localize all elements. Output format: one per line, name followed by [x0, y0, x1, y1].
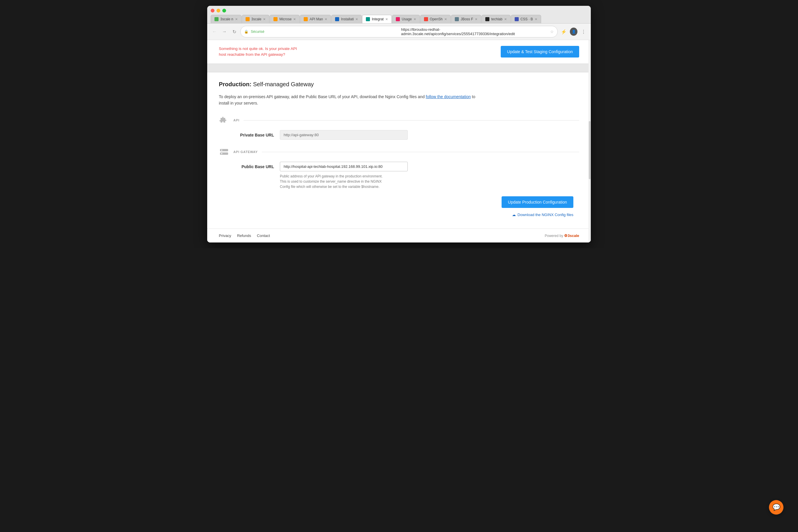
production-title: Production: Self-managed Gateway — [219, 81, 579, 88]
production-title-bold: Production: — [219, 81, 252, 88]
tab-usage[interactable]: Usage ✕ — [392, 15, 420, 23]
private-base-url-label: Private Base URL — [233, 133, 280, 137]
avatar: 👤 — [570, 27, 577, 36]
download-link-text: Download the NGINX Config files — [518, 213, 573, 217]
tab-close-api-man[interactable]: ✕ — [324, 17, 327, 21]
window-controls — [211, 9, 587, 13]
tab-label-microsoft: Microse — [279, 17, 292, 21]
api-gateway-form-section: API GATEWAY Public Base URL Public addre… — [219, 147, 579, 189]
public-base-url-hint: Public address of your API gateway in th… — [233, 174, 408, 189]
scrollbar-thumb[interactable] — [589, 121, 591, 179]
tab-opensh[interactable]: OpenSh ✕ — [420, 15, 451, 23]
api-section-header: API — [219, 115, 579, 126]
tab-favicon-install — [335, 17, 339, 21]
warning-message: Something is not quite ok. Is your priva… — [219, 46, 297, 58]
tab-label-opensh: OpenSh — [430, 17, 443, 21]
tab-close-opensh[interactable]: ✕ — [444, 17, 447, 21]
section-divider — [207, 63, 591, 72]
browser-toolbar: ← → ↻ 🔒 Sécurisé https://lbroudou-redhat… — [207, 23, 591, 40]
toolbar-icons: ⚡ 👤 ⋮ — [560, 28, 587, 35]
warning-line1: Something is not quite ok. Is your priva… — [219, 46, 297, 52]
tab-favicon-opensh — [424, 17, 428, 21]
api-puzzle-icon — [219, 115, 229, 126]
tab-integrat[interactable]: Integrat ✕ — [362, 15, 392, 23]
svg-point-3 — [221, 153, 222, 154]
production-section: Production: Self-managed Gateway To depl… — [207, 72, 591, 229]
tab-label-jboss: JBoss F — [461, 17, 473, 21]
public-base-url-row: Public Base URL — [233, 162, 579, 171]
tab-favicon-techlab — [485, 17, 489, 21]
tab-favicon-3scale-2 — [245, 17, 249, 21]
url-text[interactable]: https://lbroudou-redhat-admin.3scale.net… — [401, 27, 548, 36]
menu-button[interactable]: ⋮ — [580, 28, 587, 35]
gateway-section-label: API GATEWAY — [233, 150, 258, 154]
tab-install[interactable]: Installati ✕ — [331, 15, 362, 23]
tab-close-3scale-2[interactable]: ✕ — [263, 17, 266, 21]
form-actions: Update Production Configuration — [219, 196, 579, 208]
update-staging-button[interactable]: Update & Test Staging Configuration — [501, 46, 579, 57]
tab-label-usage: Usage — [402, 17, 412, 21]
brand-logo: ⚙3scale — [564, 233, 579, 238]
tab-close-css[interactable]: ✕ — [535, 17, 537, 21]
tab-label-css: CSS · B — [520, 17, 533, 21]
tab-close-3scale-1[interactable]: ✕ — [235, 17, 238, 21]
browser-window: 3scale n ✕ 3scale ✕ Microse ✕ API Man ✕ … — [207, 6, 591, 243]
bookmark-icon[interactable]: ☆ — [550, 29, 554, 34]
api-section-label: API — [233, 118, 239, 122]
security-label: Sécurisé — [251, 30, 397, 34]
tab-close-jboss[interactable]: ✕ — [475, 17, 478, 21]
extensions-button[interactable]: ⚡ — [560, 28, 568, 35]
tab-css[interactable]: CSS · B ✕ — [511, 15, 541, 23]
tabs-bar: 3scale n ✕ 3scale ✕ Microse ✕ API Man ✕ … — [211, 15, 587, 23]
lock-icon: 🔒 — [244, 30, 248, 34]
privacy-link[interactable]: Privacy — [219, 233, 231, 238]
server-icon — [219, 147, 229, 157]
tab-label-techlab: techlab — [491, 17, 502, 21]
production-description: To deploy an on-premises API gateway, ad… — [219, 94, 480, 107]
tab-favicon-microsoft — [274, 17, 278, 21]
browser-titlebar: 3scale n ✕ 3scale ✕ Microse ✕ API Man ✕ … — [207, 6, 591, 23]
footer-links: Privacy Refunds Contact — [219, 233, 270, 238]
private-base-url-input[interactable] — [280, 130, 408, 140]
download-cloud-icon: ☁ — [512, 213, 516, 217]
download-link-container: ☁ Download the NGINX Config files — [219, 213, 579, 217]
api-form-section: API Private Base URL — [219, 115, 579, 140]
close-button[interactable] — [211, 9, 215, 13]
tab-close-microsoft[interactable]: ✕ — [293, 17, 296, 21]
tab-jboss[interactable]: JBoss F ✕ — [451, 15, 481, 23]
forward-button[interactable]: → — [221, 28, 228, 35]
scrollbar-track[interactable] — [589, 40, 591, 243]
user-profile-button[interactable]: 👤 — [570, 28, 577, 35]
tab-3scale-2[interactable]: 3scale ✕ — [242, 15, 270, 23]
powered-by: Powered by ⚙3scale — [545, 233, 579, 238]
tab-favicon-usage — [396, 17, 400, 21]
tab-techlab[interactable]: techlab ✕ — [482, 15, 511, 23]
download-nginx-link[interactable]: ☁ Download the NGINX Config files — [512, 213, 573, 217]
public-base-url-label: Public Base URL — [233, 164, 280, 169]
refunds-link[interactable]: Refunds — [237, 233, 251, 238]
tab-favicon-css — [515, 17, 519, 21]
maximize-button[interactable] — [222, 9, 226, 13]
top-warning-bar: Something is not quite ok. Is your priva… — [207, 40, 591, 63]
api-section-line — [243, 120, 579, 120]
tab-label-3scale-1: 3scale n — [220, 17, 233, 21]
tab-close-integrat[interactable]: ✕ — [385, 17, 388, 21]
public-base-url-input[interactable] — [280, 162, 408, 171]
tab-close-usage[interactable]: ✕ — [413, 17, 416, 21]
follow-documentation-link[interactable]: follow the documentation — [426, 94, 471, 99]
tab-api-man[interactable]: API Man ✕ — [300, 15, 331, 23]
gateway-section-header: API GATEWAY — [219, 147, 579, 157]
reload-button[interactable]: ↻ — [230, 28, 238, 35]
tab-close-techlab[interactable]: ✕ — [504, 17, 507, 21]
page-content: Something is not quite ok. Is your priva… — [207, 40, 591, 243]
update-production-button[interactable]: Update Production Configuration — [502, 196, 573, 208]
contact-link[interactable]: Contact — [257, 233, 270, 238]
tab-label-install: Installati — [341, 17, 354, 21]
tab-close-install[interactable]: ✕ — [355, 17, 358, 21]
description-text-start: To deploy an on-premises API gateway, ad… — [219, 94, 425, 99]
address-bar[interactable]: 🔒 Sécurisé https://lbroudou-redhat-admin… — [240, 26, 558, 37]
minimize-button[interactable] — [217, 9, 220, 13]
tab-microsoft[interactable]: Microse ✕ — [270, 15, 300, 23]
tab-3scale-1[interactable]: 3scale n ✕ — [211, 15, 241, 23]
back-button[interactable]: ← — [211, 28, 218, 35]
